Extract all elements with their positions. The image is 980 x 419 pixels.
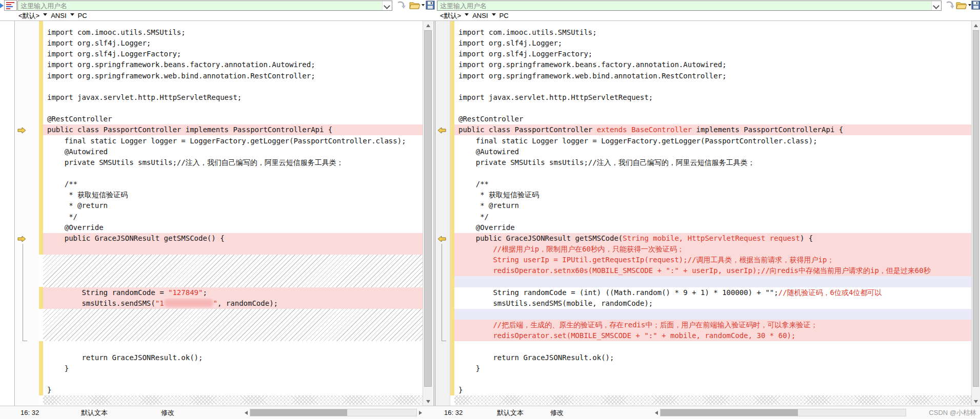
- code-line: smsUtils.sendSMS(mobile, randomCode);: [454, 298, 971, 309]
- left-hscroll-left-icon[interactable]: [241, 409, 249, 416]
- left-encoding-select[interactable]: ANSI: [51, 12, 66, 19]
- right-format-mode: 默认文本: [497, 406, 524, 419]
- code-line: String randomCode = "127849";: [43, 287, 423, 298]
- scroll-up-icon[interactable]: [972, 21, 980, 29]
- change-bar-right: [450, 21, 454, 395]
- code-line: }: [43, 363, 423, 374]
- left-scroll-thumb[interactable]: [424, 30, 432, 387]
- right-lineending-label[interactable]: PC: [499, 12, 509, 19]
- code-line: private SMSUtils smsUtils;//注入，我们自己编写的，阿…: [454, 157, 971, 168]
- code-line: [43, 103, 423, 114]
- open-folder-icon[interactable]: [956, 1, 971, 10]
- dropdown-arrow-icon[interactable]: [465, 13, 469, 18]
- pane-splitter[interactable]: [433, 21, 434, 419]
- code-line: return GraceJSONResult.ok();: [454, 352, 971, 363]
- code-line: @RestController: [43, 114, 423, 124]
- code-line: final static Logger logger = LoggerFacto…: [43, 136, 423, 146]
- code-line: [43, 395, 423, 405]
- code-line: [454, 374, 971, 385]
- right-horizontal-scrollbar[interactable]: [660, 409, 906, 416]
- right-caret-position: 16: 32: [444, 406, 463, 419]
- right-format-toolbar: <默认> ANSI PC: [440, 11, 509, 20]
- code-line: }: [454, 363, 971, 374]
- left-hscroll-right-icon[interactable]: [417, 409, 425, 416]
- code-line: [454, 81, 971, 92]
- right-file-input[interactable]: [437, 1, 933, 10]
- right-combo-dropdown-button[interactable]: [931, 1, 941, 10]
- code-line: import com.imooc.utils.SMSUtils;: [454, 27, 971, 38]
- diff-block-connector: [442, 244, 442, 341]
- right-encoding-select[interactable]: ANSI: [472, 12, 488, 19]
- scroll-down-icon[interactable]: [423, 397, 433, 406]
- code-line: import org.slf4j.Logger;: [43, 38, 423, 49]
- code-line: [43, 81, 423, 92]
- code-line: [454, 276, 971, 287]
- code-line: public GraceJSONResult getSMSCode(String…: [454, 233, 971, 244]
- right-diff-arrow-icon[interactable]: [17, 127, 26, 133]
- code-line: [43, 341, 423, 352]
- left-ruleset-select[interactable]: <默认>: [18, 11, 39, 20]
- left-file-combo[interactable]: [17, 1, 392, 11]
- code-line: [43, 255, 423, 287]
- code-line: import org.springframework.web.bind.anno…: [43, 71, 423, 81]
- code-line: * @return: [43, 200, 423, 211]
- left-diff-arrow-icon[interactable]: [437, 235, 446, 242]
- dropdown-arrow-icon[interactable]: [492, 13, 496, 18]
- left-hscroll-thumb[interactable]: [250, 409, 347, 416]
- left-caret-position: 16: 32: [21, 406, 39, 419]
- left-format-mode: 默认文本: [81, 406, 108, 419]
- code-line: * 获取短信验证码: [454, 190, 971, 200]
- right-vertical-scrollbar[interactable]: [971, 21, 980, 406]
- diff-map-icon: [4, 0, 17, 11]
- left-modified-state: 修改: [161, 406, 174, 419]
- code-area-right[interactable]: import com.imooc.utils.SMSUtils;import o…: [454, 21, 971, 406]
- change-bar-left: [39, 287, 43, 309]
- right-hscroll-thumb[interactable]: [661, 409, 798, 416]
- dropdown-arrow-icon[interactable]: [70, 13, 74, 18]
- code-line: }: [454, 385, 971, 395]
- diff-block-connector: [442, 341, 446, 341]
- jump-next-diff-icon[interactable]: [945, 1, 955, 10]
- code-line: public class PassportController implemen…: [43, 124, 423, 135]
- left-combo-dropdown-button[interactable]: [382, 1, 392, 10]
- left-vertical-scrollbar[interactable]: [423, 21, 433, 406]
- code-line: import org.springframework.web.bind.anno…: [454, 71, 971, 81]
- dropdown-arrow-icon[interactable]: [43, 13, 47, 18]
- right-hscroll-left-icon[interactable]: [651, 409, 659, 416]
- save-icon[interactable]: [426, 1, 436, 10]
- right-file-combo[interactable]: [437, 1, 942, 11]
- left-lineending-label[interactable]: PC: [78, 12, 87, 19]
- save-icon[interactable]: [971, 1, 980, 10]
- code-line: [454, 395, 971, 405]
- right-scroll-thumb[interactable]: [973, 30, 979, 387]
- left-horizontal-scrollbar[interactable]: [250, 409, 417, 416]
- code-line: @Autowired: [454, 146, 971, 157]
- right-ruleset-select[interactable]: <默认>: [440, 11, 461, 20]
- code-line: [43, 244, 423, 255]
- left-diff-arrow-icon[interactable]: [437, 127, 446, 133]
- left-file-input[interactable]: [18, 1, 384, 10]
- right-diff-arrow-icon[interactable]: [17, 235, 26, 242]
- change-bar-left: [39, 341, 43, 395]
- code-line: String randomCode = (int) ((Math.random(…: [454, 287, 971, 298]
- code-line: import javax.servlet.http.HttpServletReq…: [43, 92, 423, 103]
- code-line: [454, 341, 971, 352]
- scroll-up-icon[interactable]: [423, 21, 433, 29]
- code-line: import org.slf4j.LoggerFactory;: [454, 49, 971, 59]
- code-line: [43, 374, 423, 385]
- scroll-down-icon[interactable]: [972, 397, 980, 406]
- watermark: CSDN @小枯林: [929, 406, 976, 419]
- code-line: public GraceJSONResult getSMSCode() {: [43, 233, 423, 244]
- code-line: */: [454, 212, 971, 222]
- code-line: final static Logger logger = LoggerFacto…: [454, 136, 971, 146]
- code-line: /**: [43, 179, 423, 190]
- chevron-down-icon: [384, 3, 390, 9]
- code-line: redisOperator.setnx60s(MOBILE_SMSCODE + …: [454, 265, 971, 276]
- right-modified-state: 修改: [550, 406, 564, 419]
- jump-next-diff-icon[interactable]: [396, 1, 406, 10]
- open-folder-icon[interactable]: [409, 1, 425, 10]
- code-line: //把后端，生成的、原生的验证码，存在redis中；后面，用户在前端输入验证码时…: [454, 320, 971, 330]
- open-dropdown-arrow-icon[interactable]: [422, 4, 425, 8]
- code-area-left[interactable]: import com.imooc.utils.SMSUtils;import o…: [43, 21, 423, 406]
- code-line: @RestController: [454, 114, 971, 124]
